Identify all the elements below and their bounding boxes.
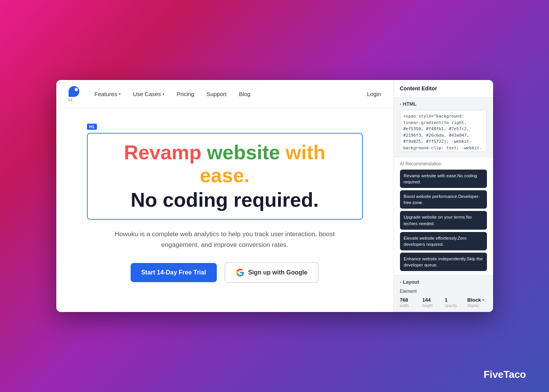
subheadline: Howuku is a complete web analytics to he…	[106, 229, 344, 250]
prop-height-label: height	[422, 304, 442, 308]
headline-wrapper: H1 Revamp website with ease. No coding r…	[87, 124, 363, 229]
browser-window: cs Features ▾ Use Cases ▾ Pricing Suppor…	[56, 80, 493, 312]
layout-section: - Layout Element 768 width 144 height 1 …	[394, 275, 493, 312]
ai-rec-2[interactable]: Boost website performance.Developer-free…	[400, 190, 487, 209]
editor-header: Content Editor	[394, 80, 493, 97]
google-signup-button[interactable]: Sign up with Google	[225, 262, 319, 283]
h1-badge: H1	[87, 124, 97, 130]
nav-blog[interactable]: Blog	[239, 91, 250, 97]
ai-rec-3[interactable]: Upgrade website on your terms.No techies…	[400, 211, 487, 229]
prop-height-value: 144	[422, 297, 442, 303]
layout-label: - Layout	[400, 279, 487, 285]
ai-rec-4[interactable]: Elevate website effortlessly.Zero develo…	[400, 232, 487, 250]
nav-use-cases[interactable]: Use Cases ▾	[133, 91, 164, 97]
prop-height: 144 height	[422, 297, 442, 308]
trial-button[interactable]: Start 14-Day Free Trial	[131, 263, 217, 282]
ai-label: AI Recommendation	[400, 161, 487, 167]
nav-support[interactable]: Support	[206, 91, 227, 97]
element-label: Element	[400, 289, 487, 294]
word-revamp: Revamp	[124, 141, 202, 163]
login-button[interactable]: Login	[367, 91, 381, 97]
prop-width: 768 width	[400, 297, 420, 308]
headline-line1: Revamp website with ease.	[100, 141, 350, 187]
logo-icon	[69, 86, 79, 97]
prop-width-value: 768	[400, 297, 420, 303]
headline-box: Revamp website with ease. No coding requ…	[87, 133, 363, 220]
prop-display-value: Block	[467, 297, 481, 303]
nav-features[interactable]: Features ▾	[95, 91, 121, 97]
ai-rec-5[interactable]: Enhance website independently.Skip the d…	[400, 253, 487, 271]
html-section: - HTML	[394, 97, 493, 157]
navbar: cs Features ▾ Use Cases ▾ Pricing Suppor…	[56, 80, 393, 108]
editor-panel: Content Editor - HTML AI Recommendation …	[393, 80, 493, 312]
logo-subtext: cs	[69, 98, 72, 102]
nav-links: Features ▾ Use Cases ▾ Pricing Support B…	[95, 91, 381, 97]
prop-opacity-value: 1	[445, 297, 464, 303]
features-chevron-icon: ▾	[119, 92, 121, 96]
use-cases-chevron-icon: ▾	[162, 92, 164, 96]
word-website: website	[207, 141, 280, 163]
google-icon	[236, 268, 244, 277]
ai-section: AI Recommendation Revamp website with ea…	[394, 157, 493, 275]
prop-width-label: width	[400, 304, 420, 308]
nav-pricing[interactable]: Pricing	[177, 91, 194, 97]
prop-opacity-label: opacity	[445, 304, 464, 308]
hero-section: H1 Revamp website with ease. No coding r…	[56, 108, 393, 298]
html-section-label: - HTML	[400, 101, 487, 107]
html-textarea[interactable]	[400, 110, 487, 152]
element-props: 768 width 144 height 1 opacity Block ▾ d	[400, 297, 487, 308]
display-chevron-icon[interactable]: ▾	[482, 298, 484, 302]
headline-line2: No coding required.	[100, 189, 350, 212]
logo-area: cs	[69, 86, 79, 102]
prop-display: Block ▾ display	[467, 297, 487, 308]
prop-opacity: 1 opacity	[445, 297, 464, 308]
footer-brand: FiveTaco	[483, 369, 526, 381]
main-content: cs Features ▾ Use Cases ▾ Pricing Suppor…	[56, 80, 393, 312]
ai-rec-1[interactable]: Revamp website with ease.No coding requi…	[400, 170, 487, 188]
prop-display-label: display	[467, 304, 487, 308]
cta-buttons: Start 14-Day Free Trial Sign up with Goo…	[131, 262, 319, 283]
